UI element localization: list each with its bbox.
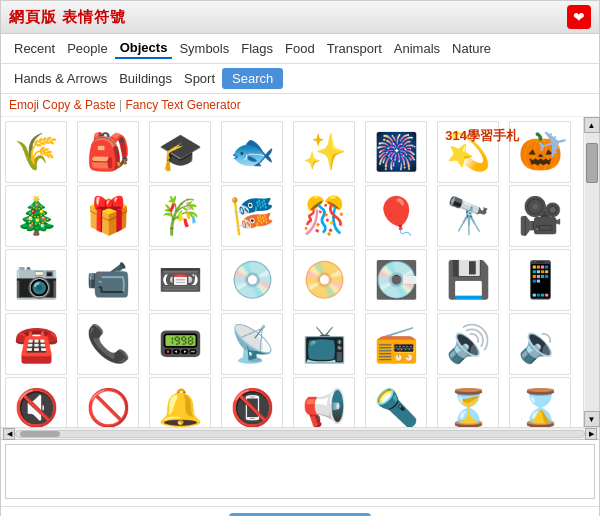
emoji-cell[interactable]: 📼: [149, 249, 211, 311]
emoji-cell[interactable]: 📺: [293, 313, 355, 375]
horiz-track: [15, 430, 585, 438]
nav-sport[interactable]: Sport: [179, 69, 220, 88]
nav-transport[interactable]: Transport: [322, 39, 387, 58]
emoji-cell[interactable]: 🎁: [77, 185, 139, 247]
nav-symbols[interactable]: Symbols: [174, 39, 234, 58]
nav-people[interactable]: People: [62, 39, 112, 58]
title-bar: 網頁版 表情符號 ❤: [1, 1, 599, 34]
emoji-cell[interactable]: 🔭: [437, 185, 499, 247]
nav-buildings[interactable]: Buildings: [114, 69, 177, 88]
emoji-cell[interactable]: 🐟: [221, 121, 283, 183]
emoji-cell[interactable]: 🎊: [293, 185, 355, 247]
emoji-copy-link[interactable]: Emoji Copy & Paste: [9, 98, 116, 112]
emoji-cell[interactable]: 💿: [221, 249, 283, 311]
scroll-track: [585, 133, 599, 411]
emoji-cell[interactable]: ✨: [293, 121, 355, 183]
emoji-cell[interactable]: 📡: [221, 313, 283, 375]
nav-objects[interactable]: Objects: [115, 38, 173, 59]
emoji-cell[interactable]: 🎥: [509, 185, 571, 247]
sub-links: Emoji Copy & Paste | Fancy Text Generato…: [1, 94, 599, 117]
emoji-cell[interactable]: 📞: [77, 313, 139, 375]
emoji-cell[interactable]: 🎋: [149, 185, 211, 247]
emoji-cell[interactable]: ⏳: [437, 377, 499, 427]
fancy-text-link[interactable]: Fancy Text Generator: [126, 98, 241, 112]
nav-animals[interactable]: Animals: [389, 39, 445, 58]
scroll-left-btn[interactable]: ◀: [3, 428, 15, 440]
emoji-cell[interactable]: 📢: [293, 377, 355, 427]
emoji-cell[interactable]: 🎆: [365, 121, 427, 183]
nav-hands[interactable]: Hands & Arrows: [9, 69, 112, 88]
scroll-down-btn[interactable]: ▼: [584, 411, 600, 427]
emoji-cell[interactable]: 📀: [293, 249, 355, 311]
emoji-cell[interactable]: 🌾: [5, 121, 67, 183]
emoji-cell[interactable]: 🎓: [149, 121, 211, 183]
emoji-cell[interactable]: 📵: [221, 377, 283, 427]
nav-recent[interactable]: Recent: [9, 39, 60, 58]
emoji-cell[interactable]: 📷: [5, 249, 67, 311]
emoji-cell[interactable]: 📟: [149, 313, 211, 375]
nav-food[interactable]: Food: [280, 39, 320, 58]
emoji-cell[interactable]: 🔊: [437, 313, 499, 375]
title-text: 網頁版 表情符號: [9, 8, 126, 27]
emoji-cell[interactable]: 🎒: [77, 121, 139, 183]
emoji-cell[interactable]: 🔉: [509, 313, 571, 375]
emoji-cell[interactable]: 🎃: [509, 121, 571, 183]
nav-bar-row1: Recent People Objects Symbols Flags Food…: [1, 34, 599, 64]
vertical-scrollbar[interactable]: ▲ ▼: [583, 117, 599, 427]
emoji-cell[interactable]: 💽: [365, 249, 427, 311]
emoji-grid: 🌾 🎒 🎓 🐟 ✨ 🎆 💫 🎃 🎄 🎁 🎋 🎏 🎊 🎈 🔭: [5, 121, 579, 427]
scroll-thumb[interactable]: [586, 143, 598, 183]
emoji-area: 🌾 🎒 🎓 🐟 ✨ 🎆 💫 🎃 🎄 🎁 🎋 🎏 🎊 🎈 🔭: [1, 117, 599, 427]
emoji-cell[interactable]: 📹: [77, 249, 139, 311]
horizontal-scrollbar[interactable]: ◀ ▶: [1, 427, 599, 439]
emoji-cell[interactable]: 💫: [437, 121, 499, 183]
emoji-cell[interactable]: 🔇: [5, 377, 67, 427]
emoji-cell[interactable]: 🔔: [149, 377, 211, 427]
scroll-up-btn[interactable]: ▲: [584, 117, 600, 133]
scroll-right-btn[interactable]: ▶: [585, 428, 597, 440]
horiz-thumb[interactable]: [20, 431, 60, 437]
nav-flags[interactable]: Flags: [236, 39, 278, 58]
heart-icon: ❤: [567, 5, 591, 29]
emoji-cell[interactable]: ⌛: [509, 377, 571, 427]
nav-nature[interactable]: Nature: [447, 39, 496, 58]
emoji-grid-container[interactable]: 🌾 🎒 🎓 🐟 ✨ 🎆 💫 🎃 🎄 🎁 🎋 🎏 🎊 🎈 🔭: [1, 117, 583, 427]
emoji-cell[interactable]: 💾: [437, 249, 499, 311]
emoji-cell[interactable]: 📻: [365, 313, 427, 375]
nav-bar-row2: Hands & Arrows Buildings Sport Search: [1, 64, 599, 94]
emoji-cell[interactable]: 🎏: [221, 185, 283, 247]
emoji-cell[interactable]: 🎄: [5, 185, 67, 247]
search-button[interactable]: Search: [222, 68, 283, 89]
message-textarea[interactable]: [5, 444, 595, 499]
textarea-area: [1, 439, 599, 506]
emoji-cell[interactable]: 🔦: [365, 377, 427, 427]
emoji-cell[interactable]: 📱: [509, 249, 571, 311]
emoji-cell[interactable]: ☎️: [5, 313, 67, 375]
copy-btn-area: ✈ Copy message: [1, 506, 599, 516]
emoji-cell[interactable]: 🚫: [77, 377, 139, 427]
emoji-cell[interactable]: 🎈: [365, 185, 427, 247]
